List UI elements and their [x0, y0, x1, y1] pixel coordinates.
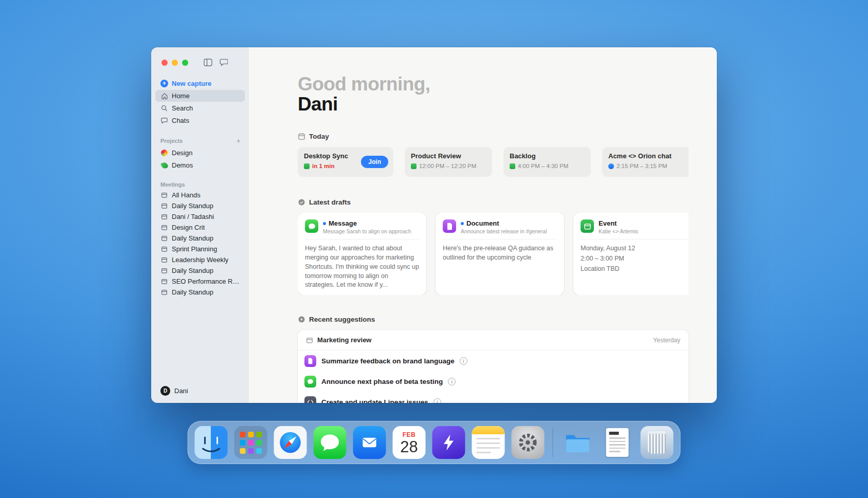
active-app-icon[interactable]: [432, 426, 465, 459]
suggestion-item[interactable]: Create and update Linear issues: [298, 392, 689, 403]
trash-icon[interactable]: [641, 426, 674, 459]
info-icon[interactable]: [448, 378, 456, 385]
sidebar-meeting-item[interactable]: Leadership Weekly: [155, 254, 245, 265]
meeting-label: SEO Performance Rev...: [172, 278, 240, 285]
sidebar-project-demos[interactable]: Demos: [155, 159, 245, 171]
meeting-label: Design Crit: [172, 224, 205, 231]
info-icon[interactable]: [460, 357, 467, 365]
new-capture-label: New capture: [172, 80, 211, 87]
add-project-button[interactable]: +: [237, 137, 241, 145]
project-label: Demos: [172, 161, 193, 169]
sidebar-item-search[interactable]: Search: [155, 102, 245, 114]
calendar-icon: [160, 213, 168, 220]
today-events-row: Desktop Sync in 1 min Join Product Revie…: [298, 147, 689, 177]
launchpad-icon[interactable]: [234, 426, 267, 459]
calendar-icon: [160, 234, 168, 242]
sidebar-meeting-item[interactable]: SEO Performance Rev...: [155, 276, 245, 287]
sidebar-project-design[interactable]: Design: [155, 147, 245, 159]
close-window-button[interactable]: [161, 60, 168, 66]
app-window: + New capture Home Search: [151, 47, 717, 403]
calendar-icon: [160, 224, 168, 231]
draft-body: Monday, August 12 2:00 – 3:00 PM Locatio…: [581, 244, 689, 273]
sidebar-meeting-item[interactable]: Daily Standup: [155, 265, 245, 276]
sidebar-meeting-item[interactable]: Sprint Planning: [155, 244, 245, 254]
suggestion-item[interactable]: Announce next phase of beta testing: [298, 371, 689, 392]
mail-icon[interactable]: [353, 426, 386, 459]
event-card[interactable]: Product Review 12:00 PM – 12:20 PM: [405, 147, 492, 177]
greeting-line: Good morning,: [298, 74, 689, 94]
event-time: 2:15 PM – 3:15 PM: [608, 163, 689, 169]
sidebar: + New capture Home Search: [151, 47, 249, 403]
draft-card-document[interactable]: Document Announce latest release in #gen…: [436, 213, 564, 295]
messages-icon[interactable]: [314, 426, 347, 459]
draft-body: Here's the pre-release QA guidance as ou…: [443, 244, 557, 263]
calendar-day: 28: [400, 439, 418, 455]
safari-icon[interactable]: [274, 426, 307, 459]
dock: FEB 28: [188, 421, 681, 464]
minimize-window-button[interactable]: [172, 60, 178, 66]
documents-icon[interactable]: [601, 426, 634, 459]
meeting-label: Daily Standup: [172, 202, 213, 210]
draft-card-message[interactable]: Message Message Sarah to align on approa…: [298, 213, 426, 295]
unread-dot: [461, 222, 464, 225]
sidebar-meeting-item[interactable]: Dani / Tadashi: [155, 211, 245, 222]
info-icon[interactable]: [433, 398, 441, 403]
sidebar-item-home[interactable]: Home: [155, 90, 245, 102]
finder-icon[interactable]: [195, 426, 228, 459]
sidebar-toggle-icon[interactable]: [204, 59, 212, 66]
calendar-icon: [298, 133, 305, 140]
calendar-icon: [306, 337, 313, 344]
sidebar-meeting-item[interactable]: All Hands: [155, 190, 245, 200]
meeting-label: Daily Standup: [172, 288, 213, 296]
folder-icon[interactable]: [562, 426, 594, 459]
event-card[interactable]: Desktop Sync in 1 min Join: [298, 147, 393, 177]
play-circle-icon: [298, 316, 305, 323]
event-icon: [581, 219, 594, 233]
projects-section-header: Projects +: [160, 137, 241, 145]
calendar-icon: [160, 256, 168, 264]
drafts-section-header: Latest drafts: [298, 198, 689, 206]
titlebar: [151, 56, 249, 66]
join-button[interactable]: Join: [361, 156, 388, 168]
calendar-icon: [160, 278, 168, 285]
draft-title: Document: [461, 219, 547, 227]
sidebar-item-label: Search: [172, 104, 193, 112]
notes-header: [472, 426, 505, 434]
sidebar-meeting-item[interactable]: Design Crit: [155, 222, 245, 233]
meeting-label: Daily Standup: [172, 234, 213, 242]
suggestion-label: Summarize feedback on brand language: [321, 357, 455, 365]
meeting-label: Leadership Weekly: [172, 256, 228, 264]
event-title: Backlog: [510, 152, 585, 160]
notes-icon[interactable]: [472, 426, 505, 459]
unread-dot: [323, 222, 326, 225]
settings-icon[interactable]: [512, 426, 545, 459]
calendar-icon: [160, 191, 168, 199]
calendar-icon: [160, 267, 168, 274]
sidebar-meeting-item[interactable]: Daily Standup: [155, 233, 245, 244]
event-card[interactable]: Acme <> Orion chat 2:15 PM – 3:15 PM: [602, 147, 689, 177]
calendar-icon: [160, 245, 168, 253]
page-title: Good morning, Dani: [298, 74, 689, 114]
calendar-icon[interactable]: FEB 28: [393, 426, 426, 459]
event-card[interactable]: Backlog 4:00 PM – 4:30 PM: [503, 147, 591, 177]
main-content: Good morning, Dani Today Desktop Sync in…: [249, 47, 717, 403]
suggestions-group-header[interactable]: Marketing review Yesterday: [298, 330, 689, 351]
draft-body: Hey Sarah, I wanted to chat about mergin…: [305, 244, 419, 290]
message-icon: [305, 219, 318, 233]
draft-card-event[interactable]: Event Katie <> Artemis Monday, August 12…: [573, 213, 689, 295]
draft-subtitle: Message Sarah to align on approach: [323, 228, 411, 234]
new-capture-button[interactable]: + New capture: [155, 78, 245, 89]
avatar: D: [160, 386, 170, 396]
suggestion-item[interactable]: Summarize feedback on brand language: [298, 351, 689, 371]
zoom-window-button[interactable]: [182, 60, 188, 66]
dock-divider: [553, 428, 553, 457]
sidebar-meeting-item[interactable]: Daily Standup: [155, 287, 245, 298]
suggestion-label: Announce next phase of beta testing: [321, 378, 443, 385]
sidebar-item-chats[interactable]: Chats: [155, 115, 245, 126]
user-name: Dani: [174, 387, 188, 395]
user-account[interactable]: D Dani: [160, 386, 188, 396]
leaf-icon: [160, 161, 168, 169]
chat-toolbar-icon[interactable]: [220, 59, 228, 66]
sidebar-meeting-item[interactable]: Daily Standup: [155, 200, 245, 211]
suggestions-section-header: Recent suggestions: [298, 316, 689, 323]
